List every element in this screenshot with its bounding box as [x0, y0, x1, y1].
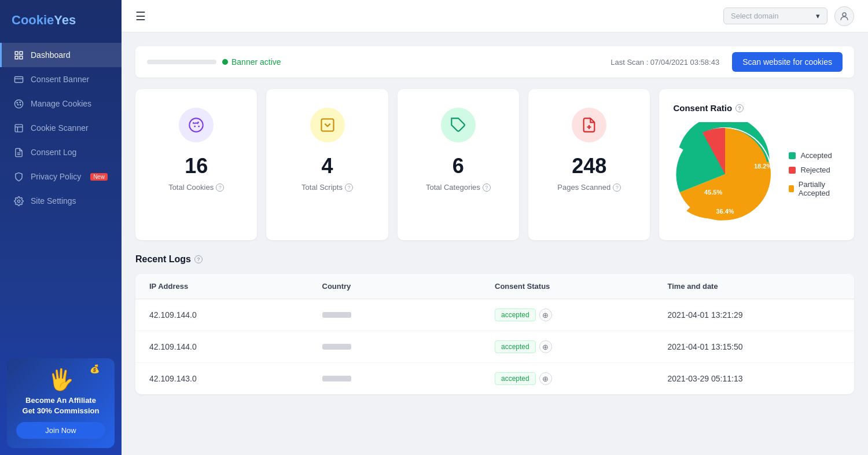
app-logo: CookieYes	[12, 13, 110, 28]
total-categories-number: 6	[453, 154, 464, 178]
svg-text:45.5%: 45.5%	[704, 189, 722, 196]
site-settings-icon	[13, 196, 24, 206]
sidebar-item-privacy-policy[interactable]: Privacy Policy New	[0, 164, 122, 189]
sidebar-item-site-settings[interactable]: Site Settings	[0, 189, 122, 213]
active-dot	[222, 59, 228, 65]
topbar: ☰ Select domain ▾	[122, 0, 868, 32]
user-avatar-button[interactable]	[834, 6, 854, 26]
affiliate-box: 🖐️💰 Become An AffiliateGet 30% Commissio…	[7, 358, 115, 448]
dropdown-arrow-icon: ▾	[816, 12, 820, 20]
status-bar: Banner active Last Scan : 07/04/2021 03:…	[135, 46, 854, 78]
header-status: Consent Status	[495, 282, 668, 291]
header-ip: IP Address	[149, 282, 322, 291]
consent-ratio-card: Consent Ratio ?	[659, 89, 854, 240]
table-row: 42.109.143.0 accepted ⊕ 2021-03-29 05:11…	[135, 363, 854, 394]
table-row: 42.109.144.0 accepted ⊕ 2021-04-01 13:21…	[135, 299, 854, 331]
sidebar: CookieYes Dashboard Consent Banner Manag…	[0, 0, 122, 455]
new-badge: New	[90, 173, 108, 181]
status-cell: accepted ⊕	[495, 372, 668, 385]
pages-info-icon[interactable]: ?	[613, 184, 621, 192]
scripts-info-icon[interactable]: ?	[345, 184, 353, 192]
detail-button[interactable]: ⊕	[539, 309, 552, 321]
legend-accepted: Accepted	[789, 151, 840, 160]
status-cell: accepted ⊕	[495, 340, 668, 353]
svg-rect-0	[15, 52, 18, 54]
banner-preview	[147, 60, 216, 64]
join-now-button[interactable]: Join Now	[16, 422, 105, 439]
sidebar-item-label: Manage Cookies	[31, 99, 91, 108]
banner-status-badge: Banner active	[222, 57, 281, 67]
ratio-info-icon[interactable]: ?	[735, 104, 744, 112]
country-cell	[322, 312, 495, 318]
scan-website-button[interactable]: Scan website for cookies	[732, 52, 843, 72]
banner-status-text: Banner active	[231, 57, 281, 67]
svg-point-16	[17, 200, 20, 202]
svg-point-21	[194, 126, 196, 127]
svg-rect-1	[19, 52, 22, 54]
svg-text:36.4%: 36.4%	[716, 208, 734, 215]
hamburger-menu[interactable]: ☰	[135, 9, 146, 23]
table-row: 42.109.144.0 accepted ⊕ 2021-04-01 13:15…	[135, 331, 854, 363]
datetime-cell: 2021-04-01 13:21:29	[668, 310, 841, 320]
sidebar-item-consent-log[interactable]: Consent Log	[0, 140, 122, 164]
total-cookies-card: 16 Total Cookies ?	[135, 89, 257, 240]
rejected-color	[789, 167, 796, 174]
ratio-content: 45.5% 18.2% 36.4% Accepted Rejected	[673, 122, 840, 226]
svg-text:18.2%: 18.2%	[754, 163, 772, 170]
legend-partial: Partially Accepted	[789, 180, 840, 197]
total-scripts-number: 4	[322, 154, 333, 178]
sidebar-item-cookie-scanner[interactable]: Cookie Scanner	[0, 116, 122, 140]
svg-point-17	[843, 13, 846, 16]
datetime-cell: 2021-04-01 13:15:50	[668, 342, 841, 351]
logs-info-icon[interactable]: ?	[194, 255, 203, 263]
datetime-cell: 2021-03-29 05:11:13	[668, 374, 841, 383]
pie-legend: Accepted Rejected Partially Accepted	[789, 151, 840, 197]
country-bar	[322, 376, 351, 381]
total-scripts-card: 4 Total Scripts ?	[266, 89, 388, 240]
manage-cookies-icon	[13, 98, 24, 109]
country-bar	[322, 344, 351, 350]
status-badge: accepted	[495, 309, 536, 321]
logo-text-part2: Yes	[54, 13, 76, 27]
privacy-policy-icon	[13, 171, 24, 182]
svg-rect-23	[321, 119, 333, 131]
status-badge: accepted	[495, 372, 536, 385]
sidebar-item-label: Cookie Scanner	[31, 123, 89, 133]
main-content: ☰ Select domain ▾ Banner active Last Sca…	[122, 0, 868, 455]
country-cell	[322, 344, 495, 350]
detail-button[interactable]: ⊕	[539, 340, 552, 353]
svg-point-19	[193, 122, 194, 124]
logs-table: IP Address Country Consent Status Time a…	[135, 274, 854, 394]
cookies-info-icon[interactable]: ?	[216, 184, 224, 192]
domain-selector[interactable]: Select domain ▾	[723, 8, 827, 24]
section-title: Recent Logs ?	[135, 254, 854, 265]
svg-point-22	[198, 126, 200, 127]
categories-info-icon[interactable]: ?	[483, 184, 491, 192]
country-cell	[322, 376, 495, 381]
sidebar-item-label: Privacy Policy	[31, 172, 81, 181]
legend-rejected: Rejected	[789, 166, 840, 174]
ip-address: 42.109.144.0	[149, 310, 322, 320]
svg-point-10	[20, 104, 20, 105]
consent-banner-icon	[13, 74, 24, 85]
sidebar-item-consent-banner[interactable]: Consent Banner	[0, 67, 122, 91]
logo-text-part1: Cookie	[12, 13, 54, 27]
logo-area: CookieYes	[0, 0, 122, 38]
header-datetime: Time and date	[668, 282, 841, 291]
pages-icon-circle	[572, 108, 606, 142]
main-nav: Dashboard Consent Banner Manage Cookies …	[0, 38, 122, 351]
sidebar-item-label: Dashboard	[31, 50, 71, 60]
detail-button[interactable]: ⊕	[539, 372, 552, 385]
svg-rect-4	[14, 76, 23, 82]
pages-scanned-label: Pages Scanned ?	[557, 183, 621, 192]
svg-point-6	[14, 100, 23, 108]
total-categories-card: 6 Total Categories ?	[398, 89, 519, 240]
consent-ratio-title: Consent Ratio ?	[673, 103, 840, 113]
scripts-icon-circle	[310, 108, 345, 142]
svg-point-8	[19, 101, 20, 102]
sidebar-item-manage-cookies[interactable]: Manage Cookies	[0, 91, 122, 116]
rejected-label: Rejected	[800, 166, 830, 174]
status-cell: accepted ⊕	[495, 309, 668, 321]
sidebar-item-dashboard[interactable]: Dashboard	[0, 43, 122, 67]
dashboard-icon	[13, 50, 24, 60]
